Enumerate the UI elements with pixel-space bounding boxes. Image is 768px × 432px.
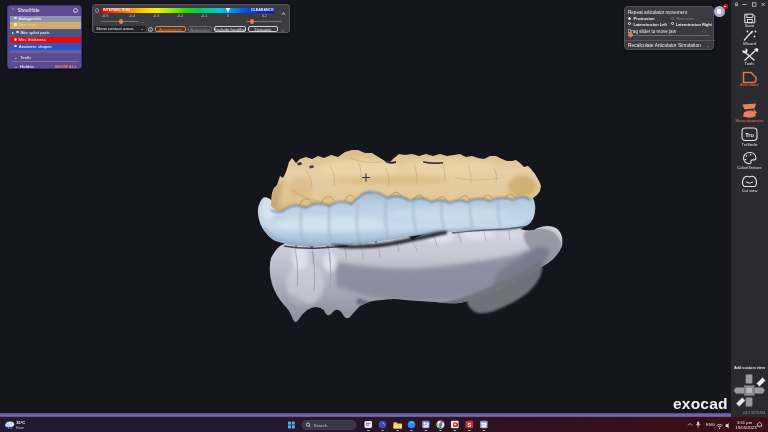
svg-text:ENG: ENG — [706, 422, 715, 427]
svg-text:Tools: Tools — [745, 61, 755, 66]
svg-text:19/05/2023: 19/05/2023 — [736, 425, 758, 430]
svg-text:S: S — [467, 422, 471, 428]
svg-text:Save: Save — [745, 23, 755, 28]
svg-text:Search: Search — [314, 423, 328, 428]
svg-text:TruSmile: TruSmile — [741, 142, 758, 147]
svg-text:15°C: 15°C — [16, 420, 25, 425]
svg-text:Tru: Tru — [745, 132, 754, 138]
svg-text:v3.1 9295/04: v3.1 9295/04 — [743, 411, 765, 415]
svg-text:Cut view: Cut view — [742, 188, 758, 193]
svg-text:Wizard: Wizard — [743, 41, 757, 46]
svg-text:Rain: Rain — [16, 426, 24, 430]
svg-text:Show distances: Show distances — [735, 118, 764, 123]
svg-text:Color/Texture: Color/Texture — [737, 165, 762, 170]
svg-text:Add custom view: Add custom view — [734, 366, 765, 370]
svg-text:Articulator: Articulator — [740, 82, 759, 87]
